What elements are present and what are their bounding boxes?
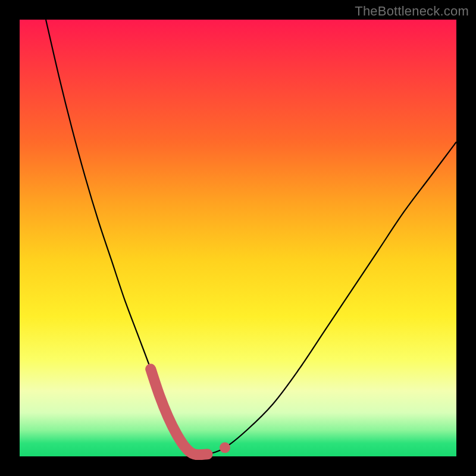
curve-svg xyxy=(20,20,456,456)
chart-frame: TheBottleneck.com xyxy=(0,0,476,476)
optimal-range-marker-dot xyxy=(220,442,230,453)
watermark-text: TheBottleneck.com xyxy=(355,4,469,19)
bottleneck-curve xyxy=(46,20,456,455)
plot-area xyxy=(20,20,456,456)
optimal-range-marker xyxy=(151,369,207,455)
